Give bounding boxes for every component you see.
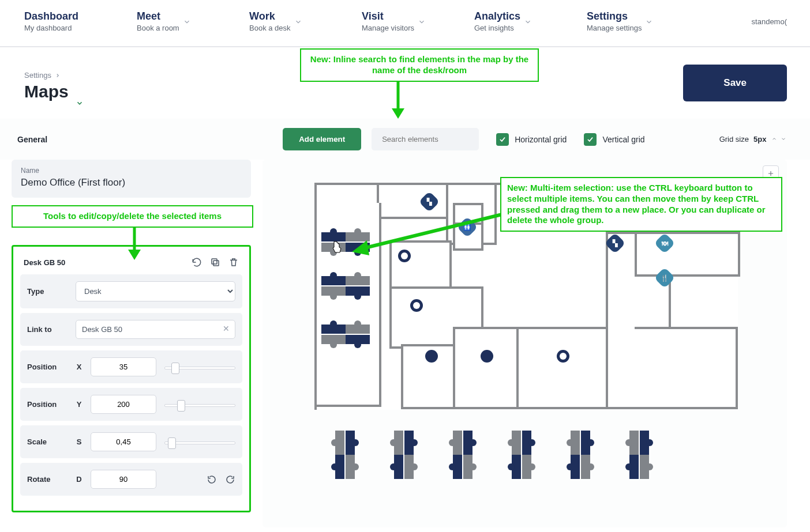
pos-y-input[interactable] — [91, 395, 156, 414]
cursor-hand-icon — [331, 240, 343, 254]
desk-cluster[interactable] — [629, 431, 649, 479]
svg-rect-5 — [212, 259, 217, 264]
callout-search: New: Inline search to find elements in t… — [300, 48, 539, 82]
hgrid-label: Horizontal grid — [515, 135, 567, 144]
pos-y-slider[interactable] — [164, 399, 235, 410]
scale-axis: S — [76, 437, 82, 446]
chevron-up-icon — [771, 136, 778, 142]
scale-input[interactable] — [91, 432, 156, 451]
arrow-diagonal-icon — [346, 212, 508, 258]
prop-scale: Scale S — [20, 425, 242, 458]
nav-work[interactable]: Work Book a desk — [249, 10, 344, 32]
desk-cluster[interactable] — [321, 325, 370, 344]
svg-marker-7 — [352, 240, 369, 255]
nav-title: Visit — [362, 10, 414, 22]
nav-title: Analytics — [474, 10, 520, 22]
meeting-room-marker[interactable] — [481, 350, 493, 363]
desk-cluster[interactable] — [394, 431, 414, 479]
chevron-down-icon — [524, 18, 532, 26]
horizontal-grid-toggle[interactable]: Horizontal grid — [496, 133, 567, 146]
meeting-room-marker[interactable] — [425, 350, 438, 363]
rotate-label: Rotate — [27, 475, 68, 484]
arrow-down-icon — [389, 81, 407, 119]
copy-icon[interactable] — [210, 257, 220, 267]
nav-title: Settings — [587, 10, 642, 22]
nav-dashboard[interactable]: Dashboard My dashboard — [24, 10, 119, 32]
nav-title: Dashboard — [24, 10, 78, 22]
chevron-down-icon — [183, 18, 191, 26]
desk-cluster[interactable] — [321, 276, 370, 296]
chevron-down-icon — [645, 18, 653, 26]
properties-panel: Desk GB 50 Type Desk Link to ✕ Posi — [12, 245, 251, 512]
vgrid-label: Vertical grid — [602, 135, 644, 144]
meeting-room-marker[interactable] — [410, 299, 423, 312]
meeting-room-marker[interactable] — [557, 350, 569, 363]
user-menu[interactable]: standemo( — [752, 17, 787, 26]
chevron-down-icon[interactable] — [76, 92, 84, 100]
nav-analytics[interactable]: Analytics Get insights — [474, 10, 569, 32]
rotate-left-icon[interactable] — [207, 474, 217, 485]
svg-marker-1 — [392, 108, 404, 119]
posx-axis: X — [76, 363, 82, 371]
prop-position-y: Position Y — [20, 388, 242, 421]
tab-general[interactable]: General — [17, 135, 47, 144]
scale-label: Scale — [27, 437, 68, 446]
desk-cluster[interactable] — [512, 431, 531, 479]
chevron-right-icon — [55, 73, 61, 78]
desk-cluster[interactable] — [453, 431, 472, 479]
map-canvas[interactable]: New: Multi-item selection: use the CTRL … — [262, 160, 787, 527]
svg-line-6 — [361, 214, 502, 249]
desk-cluster[interactable] — [571, 431, 590, 479]
breadcrumb[interactable]: Settings — [24, 71, 84, 80]
link-label: Link to — [27, 325, 68, 334]
nav-subtitle: Book a room — [137, 24, 179, 32]
clear-icon[interactable]: ✕ — [223, 324, 230, 333]
link-input[interactable] — [76, 320, 235, 339]
desk-cluster[interactable] — [335, 431, 355, 479]
chevron-down-icon — [294, 18, 302, 26]
type-select[interactable]: Desk — [76, 281, 235, 301]
pos-x-input[interactable] — [91, 357, 156, 376]
grid-size: Grid size 5px — [719, 135, 787, 144]
rotate-right-icon[interactable] — [225, 474, 235, 485]
grid-size-stepper[interactable] — [771, 135, 787, 144]
plus-icon — [767, 169, 775, 178]
pos-x-slider[interactable] — [164, 361, 235, 373]
chevron-down-icon — [418, 18, 426, 26]
refresh-icon[interactable] — [192, 257, 202, 267]
nav-title: Meet — [137, 10, 179, 22]
chevron-down-icon — [780, 136, 787, 142]
save-button[interactable]: Save — [683, 65, 787, 101]
nav-subtitle: Manage settings — [587, 24, 642, 32]
nav-meet[interactable]: Meet Book a room — [137, 10, 232, 32]
grid-size-value: 5px — [753, 135, 766, 144]
nav-subtitle: Manage visitors — [362, 24, 414, 32]
arrow-down-icon — [126, 227, 143, 260]
nav-subtitle: Get insights — [474, 24, 520, 32]
prop-rotate: Rotate D — [20, 463, 242, 496]
rotate-input[interactable] — [91, 470, 156, 489]
callout-tools: Tools to edit/copy/delete the selected i… — [12, 205, 253, 228]
name-value: Demo Office (First floor) — [21, 177, 242, 188]
check-icon — [584, 133, 597, 146]
breadcrumb-label: Settings — [24, 71, 51, 80]
nav-title: Work — [249, 10, 291, 22]
trash-icon[interactable] — [228, 257, 239, 267]
nav-visit[interactable]: Visit Manage visitors — [362, 10, 457, 32]
type-label: Type — [27, 287, 68, 296]
scale-slider[interactable] — [164, 436, 235, 448]
posx-label: Position — [27, 363, 68, 371]
vertical-grid-toggle[interactable]: Vertical grid — [584, 133, 644, 146]
svg-marker-3 — [128, 250, 141, 260]
add-element-button[interactable]: Add element — [283, 128, 361, 150]
selected-item-name: Desk GB 50 — [24, 258, 65, 267]
name-label: Name — [21, 167, 242, 175]
callout-multi-select: New: Multi-item selection: use the CTRL … — [500, 177, 782, 232]
posy-label: Position — [27, 400, 68, 409]
nav-settings[interactable]: Settings Manage settings — [587, 10, 682, 32]
search-input[interactable] — [372, 128, 479, 150]
posy-axis: Y — [76, 400, 82, 409]
editor-toolbar: General Add element Horizontal grid Vert… — [0, 119, 810, 160]
page-title: Maps — [24, 82, 84, 101]
nav-subtitle: My dashboard — [24, 24, 78, 32]
